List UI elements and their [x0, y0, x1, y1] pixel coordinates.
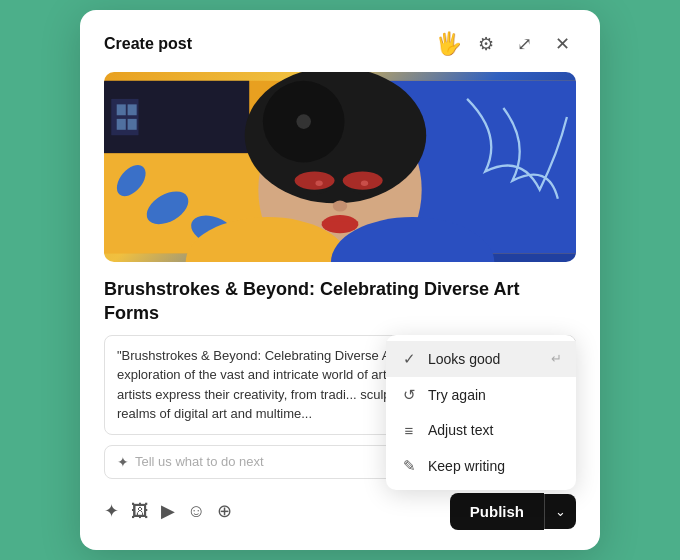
- chevron-down-icon: ⌄: [555, 504, 566, 519]
- expand-icon: ⤢: [517, 33, 532, 55]
- magic-button[interactable]: ✦: [104, 500, 119, 522]
- svg-point-12: [295, 172, 335, 190]
- settings-button[interactable]: ⚙: [472, 30, 500, 58]
- close-button[interactable]: ✕: [548, 30, 576, 58]
- video-button[interactable]: ▶: [161, 500, 175, 522]
- post-title: Brushstrokes & Beyond: Celebrating Diver…: [104, 278, 576, 325]
- svg-point-13: [343, 172, 383, 190]
- check-icon: ✓: [400, 350, 418, 368]
- svg-rect-23: [117, 119, 126, 130]
- dropdown-item-looks-good[interactable]: ✓ Looks good ↵: [386, 341, 576, 377]
- cursor-icon-button[interactable]: 🖐: [434, 30, 462, 58]
- footer-icons: ✦ 🖼 ▶ ☺ ⊕: [104, 500, 232, 522]
- svg-rect-21: [117, 104, 126, 115]
- footer: ✦ 🖼 ▶ ☺ ⊕ Publish ⌄: [104, 493, 576, 530]
- video-icon: ▶: [161, 500, 175, 522]
- dropdown-item-label: Looks good: [428, 351, 500, 367]
- close-icon: ✕: [555, 33, 570, 55]
- retry-icon: ↺: [400, 386, 418, 404]
- svg-rect-24: [128, 119, 137, 130]
- svg-rect-22: [128, 104, 137, 115]
- add-icon: ⊕: [217, 500, 232, 522]
- svg-point-14: [333, 201, 348, 212]
- dropdown-item-label: Adjust text: [428, 422, 493, 438]
- modal-header: Create post 🖐 ⚙ ⤢ ✕: [104, 30, 576, 58]
- ai-placeholder-text: Tell us what to do next: [135, 454, 264, 469]
- svg-point-7: [296, 114, 311, 129]
- hand-cursor-icon: 🖐: [435, 31, 462, 57]
- publish-dropdown-button[interactable]: ⌄: [544, 494, 576, 529]
- gear-icon: ⚙: [478, 33, 494, 55]
- publish-button[interactable]: Publish: [450, 493, 544, 530]
- dropdown-menu: ✓ Looks good ↵ ↺ Try again ≡ Adjust text…: [386, 335, 576, 490]
- emoji-icon: ☺: [187, 501, 205, 522]
- keep-writing-icon: ✎: [400, 457, 418, 475]
- sparkle-icon: ✦: [104, 500, 119, 522]
- dropdown-item-keep-writing[interactable]: ✎ Keep writing: [386, 448, 576, 484]
- image-icon: 🖼: [131, 501, 149, 522]
- dropdown-item-label: Keep writing: [428, 458, 505, 474]
- modal-title: Create post: [104, 35, 192, 53]
- expand-button[interactable]: ⤢: [510, 30, 538, 58]
- header-icons: 🖐 ⚙ ⤢ ✕: [434, 30, 576, 58]
- create-post-modal: Create post 🖐 ⚙ ⤢ ✕: [80, 10, 600, 550]
- publish-group: Publish ⌄: [450, 493, 576, 530]
- return-icon: ↵: [551, 351, 562, 366]
- dropdown-item-try-again[interactable]: ↺ Try again: [386, 377, 576, 413]
- adjust-text-icon: ≡: [400, 422, 418, 439]
- add-button[interactable]: ⊕: [217, 500, 232, 522]
- emoji-button[interactable]: ☺: [187, 501, 205, 522]
- sparkle-icon: ✦: [117, 454, 129, 470]
- dropdown-item-label: Try again: [428, 387, 486, 403]
- svg-rect-16: [322, 222, 358, 227]
- image-button[interactable]: 🖼: [131, 501, 149, 522]
- hero-image: [104, 72, 576, 262]
- dropdown-item-adjust-text[interactable]: ≡ Adjust text: [386, 413, 576, 448]
